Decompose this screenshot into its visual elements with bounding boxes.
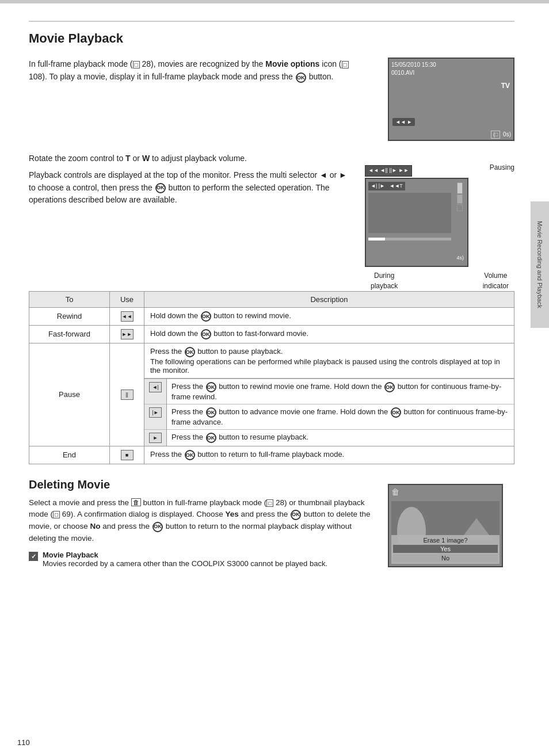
frame-rewind-icon-cell: ◄|	[144, 379, 167, 404]
table-cell-ff-desc: Hold down the OK button to fast-forward …	[144, 325, 514, 343]
ok-icon: OK	[291, 510, 301, 520]
table-cell-pause-use: ||	[110, 343, 144, 446]
frame-advance-desc: Press the OK button to advance movie one…	[167, 404, 514, 429]
page: Movie Recording and Playback Movie Playb…	[0, 0, 549, 756]
ok-icon: OK	[391, 407, 401, 418]
deleting-movie-title: Deleting Movie	[29, 478, 376, 491]
pausing-time: 4s)	[456, 254, 464, 262]
play-controls: ◄◄ ►	[392, 118, 415, 126]
pausing-area: ◄◄ ◄|| ||► ►► ◄| |► ◄◄T	[365, 163, 514, 291]
table-row: Fast-forward ►► Hold down the OK button …	[29, 325, 514, 343]
table-header-desc: Description	[144, 291, 514, 307]
resume-icon: ►	[149, 433, 162, 443]
ok-icon: OK	[152, 522, 163, 532]
during-playback-label: During playback	[371, 270, 398, 291]
middle-section: Rotate the zoom control to T or W to adj…	[29, 152, 514, 207]
pausing-label: Pausing	[490, 163, 514, 173]
table-cell-end-use: ■	[110, 446, 144, 464]
pausing-screen: ◄| |► ◄◄T	[365, 178, 468, 267]
ok-icon: OK	[185, 347, 195, 357]
table-row: End ■ Press the OK button to return to f…	[29, 446, 514, 464]
resume-icon-cell: ►	[144, 429, 167, 446]
table-cell-end-to: End	[29, 446, 110, 464]
page-title: Movie Playback	[29, 31, 514, 46]
table-cell-pause-to: Pause	[29, 343, 110, 446]
deleting-movie-body: Select a movie and press the 🗑 button in…	[29, 497, 376, 545]
frame-advance-icon-cell: |►	[144, 404, 167, 429]
erase-prompt: Erase 1 image?	[393, 537, 498, 544]
deleting-movie-text: Deleting Movie Select a movie and press …	[29, 478, 376, 568]
note-box: ✓ Movie Playback Movies recorded by a ca…	[29, 551, 376, 568]
frame-advance-icon: |►	[149, 407, 162, 418]
pause-icon: ||	[121, 390, 134, 400]
table-cell-ff-to: Fast-forward	[29, 325, 110, 343]
ok-button-icon: OK	[296, 72, 306, 83]
table-cell-pause-main: Press the OK button to pause playback. T…	[144, 343, 514, 378]
delete-screen: 🗑 Erase 1 image? Yes No	[388, 484, 503, 567]
table-row: Rewind ◄◄ Hold down the OK button to rew…	[29, 307, 514, 325]
resume-desc: Press the OK button to resume playback.	[167, 429, 514, 446]
volume-bars	[457, 182, 463, 211]
ok-icon: OK	[185, 450, 195, 460]
yes-button[interactable]: Yes	[393, 545, 498, 553]
trash-dialog-icon: 🗑	[391, 487, 500, 497]
ok-icon: OK	[201, 329, 211, 339]
table-cell-ff-use: ►►	[110, 325, 144, 343]
frame-rewind-icon: ◄|	[149, 382, 162, 392]
volume-indicator-label: Volume indicator	[483, 270, 509, 291]
note-content: Movie Playback Movies recorded by a came…	[43, 551, 327, 568]
camera-screen: 15/05/2010 15:30 0010.AVI TV ◄◄ ► (□ 0s)	[388, 58, 514, 141]
time-display: (□ 0s)	[491, 131, 511, 138]
ok-icon-inline: OK	[155, 183, 166, 193]
frame-rewind-desc: Press the OK button to rewind movie one …	[167, 379, 514, 404]
table-header-use: Use	[110, 291, 144, 307]
rewind-icon: ◄◄	[121, 311, 134, 322]
operations-table: To Use Description Rewind ◄◄ Hold down t…	[29, 291, 514, 464]
page-number: 110	[17, 738, 30, 747]
table-cell-end-desc: Press the OK button to return to full-fr…	[144, 446, 514, 464]
table-row: |► Press the OK button to advance movie …	[144, 404, 514, 429]
table-row: ► Press the OK button to resume playback…	[144, 429, 514, 446]
table-cell-pause-sub: ◄| Press the OK button to rewind movie o…	[144, 378, 514, 446]
ok-icon: OK	[206, 382, 216, 392]
ok-icon: OK	[206, 433, 216, 443]
tv-icon: TV	[501, 82, 510, 90]
table-cell-rewind-use: ◄◄	[110, 307, 144, 325]
table-cell-rewind-desc: Hold down the OK button to rewind movie.	[144, 307, 514, 325]
controls-row2: ◄| |► ◄◄T	[368, 182, 405, 191]
screenshot-labels: During playback Volume indicator	[365, 270, 514, 291]
movie-options-bold: Movie options	[265, 59, 319, 68]
intro-text: In full-frame playback mode (□ 28), movi…	[29, 58, 353, 141]
no-button[interactable]: No	[393, 554, 498, 562]
camera-screen-date: 15/05/2010 15:30 0010.AVI	[391, 61, 511, 77]
ok-icon: OK	[206, 407, 216, 418]
progress-bar	[368, 238, 451, 240]
table-row: ◄| Press the OK button to rewind movie o…	[144, 379, 514, 404]
delete-screen-area: 🗑 Erase 1 image? Yes No	[388, 478, 514, 568]
controls-top: ◄◄ ◄|| ||► ►►	[365, 165, 412, 177]
deleting-movie-section: Deleting Movie Select a movie and press …	[29, 478, 514, 568]
top-section: In full-frame playback mode (□ 28), movi…	[29, 58, 514, 141]
note-title: Movie Playback	[43, 551, 98, 559]
top-screenshots: 15/05/2010 15:30 0010.AVI TV ◄◄ ► (□ 0s)	[365, 58, 514, 141]
table-row: Pause || Press the OK button to pause pl…	[29, 343, 514, 378]
ok-icon: OK	[201, 311, 211, 322]
check-icon: ✓	[29, 552, 38, 561]
trash-icon: 🗑	[131, 498, 141, 506]
ok-icon: OK	[384, 382, 395, 392]
pause-subtable: ◄| Press the OK button to rewind movie o…	[144, 379, 514, 446]
end-icon: ■	[121, 450, 134, 460]
image-area	[368, 193, 451, 233]
note-text: Movies recorded by a camera other than t…	[43, 559, 327, 568]
table-cell-rewind-to: Rewind	[29, 307, 110, 325]
table-header-to: To	[29, 291, 110, 307]
fastforward-icon: ►►	[121, 329, 134, 339]
erase-dialog: Erase 1 image? Yes No	[391, 535, 500, 564]
